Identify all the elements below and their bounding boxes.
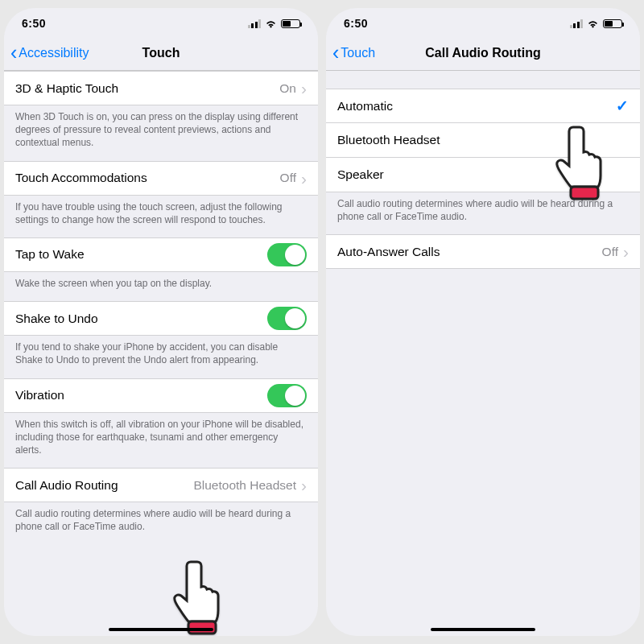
row-label: Shake to Undo [15, 312, 267, 326]
wifi-icon [587, 19, 599, 28]
screen-touch-settings: 6:50 ‹ Accessibility Touch 3D & Haptic T… [4, 8, 318, 636]
chevron-right-icon: › [301, 80, 307, 97]
option-speaker[interactable]: Speaker [326, 158, 640, 192]
row-label: 3D & Haptic Touch [15, 81, 279, 96]
row-shake-to-undo[interactable]: Shake to Undo [4, 301, 318, 336]
row-label: Speaker [337, 167, 629, 182]
wifi-icon [265, 19, 277, 28]
row-label: Vibration [15, 388, 267, 402]
chevron-right-icon: › [301, 477, 307, 493]
row-value: Off [280, 171, 296, 185]
row-vibration[interactable]: Vibration [4, 378, 318, 413]
nav-back-label: Accessibility [19, 46, 89, 60]
group-footer: If you have trouble using the touch scre… [4, 196, 318, 237]
row-3d-haptic-touch[interactable]: 3D & Haptic Touch On › [4, 71, 318, 105]
group-footer: When 3D Touch is on, you can press on th… [4, 105, 318, 161]
row-auto-answer-calls[interactable]: Auto-Answer Calls Off › [326, 234, 640, 269]
row-label: Tap to Wake [15, 247, 267, 262]
group-footer: Call audio routing determines where audi… [326, 192, 640, 234]
status-time: 6:50 [22, 17, 46, 30]
nav-bar: ‹ Accessibility Touch [4, 35, 318, 71]
cellular-signal-icon [570, 19, 584, 28]
group-footer: If you tend to shake your iPhone by acci… [4, 336, 318, 378]
row-call-audio-routing[interactable]: Call Audio Routing Bluetooth Headset › [4, 468, 318, 502]
group-footer: Wake the screen when you tap on the disp… [4, 272, 318, 301]
battery-icon [281, 19, 300, 28]
battery-icon [603, 19, 622, 28]
nav-bar: ‹ Touch Call Audio Routing [326, 35, 640, 71]
chevron-left-icon: ‹ [10, 43, 17, 63]
row-label: Call Audio Routing [15, 478, 193, 493]
nav-back-button[interactable]: ‹ Touch [332, 43, 375, 63]
row-label: Bluetooth Headset [337, 133, 629, 147]
row-value: On [279, 81, 296, 96]
toggle-switch[interactable] [267, 307, 307, 330]
chevron-left-icon: ‹ [332, 43, 339, 63]
row-label: Auto-Answer Calls [337, 245, 602, 259]
status-time: 6:50 [344, 17, 368, 30]
row-value: Bluetooth Headset [193, 478, 296, 493]
row-label: Automatic [337, 99, 616, 114]
nav-back-label: Touch [341, 46, 375, 60]
chevron-right-icon: › [623, 243, 629, 260]
row-tap-to-wake[interactable]: Tap to Wake [4, 237, 318, 272]
option-bluetooth-headset[interactable]: Bluetooth Headset [326, 123, 640, 158]
status-bar: 6:50 [326, 8, 640, 35]
option-automatic[interactable]: Automatic ✓ [326, 89, 640, 123]
nav-back-button[interactable]: ‹ Accessibility [10, 43, 89, 63]
toggle-switch[interactable] [267, 243, 307, 266]
group-footer: When this switch is off, all vibration o… [4, 413, 318, 469]
screen-call-audio-routing: 6:50 ‹ Touch Call Audio Routing Automati… [326, 8, 640, 636]
toggle-switch[interactable] [267, 384, 307, 407]
row-touch-accommodations[interactable]: Touch Accommodations Off › [4, 161, 318, 196]
row-label: Touch Accommodations [15, 171, 280, 185]
status-bar: 6:50 [4, 8, 318, 35]
chevron-right-icon: › [301, 170, 307, 187]
checkmark-icon: ✓ [616, 97, 629, 115]
group-footer: Call audio routing determines where audi… [4, 502, 318, 544]
cellular-signal-icon [248, 19, 262, 28]
row-value: Off [602, 245, 618, 259]
